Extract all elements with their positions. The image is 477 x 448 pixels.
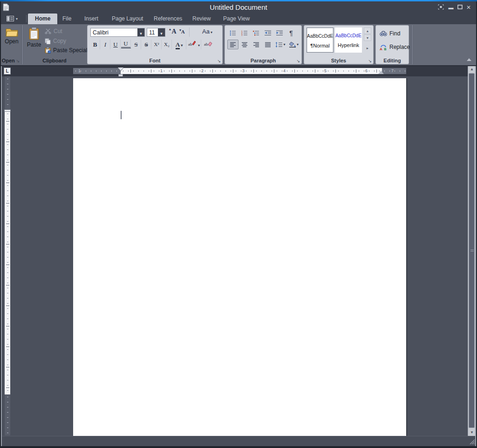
line-spacing-icon: [275, 42, 282, 48]
clear-formatting-button[interactable]: ab: [202, 40, 214, 49]
font-size-dropdown-icon[interactable]: [158, 28, 165, 36]
open-button[interactable]: Open: [2, 27, 21, 52]
horizontal-ruler[interactable]: 1 7 1 2 3 4 5 6: [73, 68, 406, 74]
status-bar: [0, 436, 477, 446]
paste-button-label: Paste: [27, 41, 41, 48]
paragraph-dialog-launcher-icon[interactable]: [296, 59, 300, 63]
chevron-down-icon: ▾: [16, 17, 18, 21]
paste-special-button[interactable]: Paste Special: [45, 46, 87, 54]
align-right-icon: [253, 42, 259, 48]
fullscreen-button[interactable]: [437, 4, 444, 11]
style-hyperlink[interactable]: AaBbCcDdE Hyperlink: [335, 27, 362, 53]
tab-stop-selector[interactable]: L: [4, 68, 11, 75]
styles-more-icon[interactable]: ►: [364, 45, 371, 52]
open-dialog-launcher-icon: [16, 59, 20, 63]
find-binoculars-icon: [380, 31, 387, 36]
styles-group: AaBbCcDdE ¶Normal AaBbCcDdE Hyperlink ▲ …: [304, 25, 374, 64]
tab-page-view[interactable]: Page View: [216, 14, 257, 24]
cut-button: Cut: [45, 27, 62, 35]
tab-file[interactable]: File: [55, 14, 78, 24]
tab-home[interactable]: Home: [28, 14, 57, 24]
align-center-icon: [242, 42, 248, 48]
scrollbar-thumb[interactable]: [469, 73, 475, 428]
change-case-button[interactable]: Aa: [202, 28, 212, 35]
ruler-number: 6: [365, 68, 368, 73]
subscript-button[interactable]: X₂: [162, 40, 172, 49]
double-strikethrough-button[interactable]: S: [142, 40, 151, 49]
ruler-right-margin: 7: [382, 68, 406, 74]
shrink-font-button[interactable]: ▾A: [178, 28, 186, 37]
scroll-up-icon[interactable]: ▲: [468, 66, 476, 73]
styles-scroll-down-icon[interactable]: ▼: [364, 34, 371, 41]
highlight-button[interactable]: ab: [187, 40, 201, 49]
vruler-top-margin: [5, 76, 10, 111]
window-title: Untitled Document: [0, 3, 477, 11]
line-spacing-button[interactable]: [274, 40, 287, 49]
format-eraser-icon: ab: [204, 40, 212, 47]
ruler-bar: L 1 7 1 2 3 4 5 6: [0, 66, 477, 76]
font-dialog-launcher-icon[interactable]: [217, 59, 221, 63]
ruler-number: 1: [160, 68, 163, 73]
underline-button[interactable]: U: [111, 40, 121, 49]
decrease-indent-button[interactable]: [262, 28, 273, 38]
scroll-down-icon[interactable]: ▼: [468, 429, 476, 436]
resize-grip[interactable]: [469, 438, 475, 445]
title-bar[interactable]: Untitled Document ▬ ✕: [0, 1, 477, 13]
close-button[interactable]: ✕: [465, 4, 472, 11]
style-hyperlink-preview: AaBbCcDdE: [335, 33, 362, 38]
editing-group-label: Editing: [376, 58, 409, 63]
ruler-number: 7: [391, 68, 394, 73]
styles-dialog-launcher-icon[interactable]: [368, 59, 372, 63]
ruler-number: 3: [242, 68, 245, 73]
vertical-scrollbar[interactable]: ▲ ▼: [468, 66, 475, 436]
tab-references[interactable]: References: [147, 14, 189, 24]
style-normal[interactable]: AaBbCcDdE ¶Normal: [307, 27, 334, 53]
align-center-button[interactable]: [239, 40, 250, 49]
italic-button[interactable]: I: [101, 40, 110, 49]
svg-text:ab: ab: [188, 42, 192, 47]
maximize-button[interactable]: [456, 4, 463, 11]
double-underline-button[interactable]: U: [121, 40, 131, 48]
styles-group-label: Styles: [304, 58, 373, 63]
font-family-select[interactable]: Calibri: [90, 28, 145, 37]
increase-indent-button[interactable]: [274, 28, 285, 38]
application-menu-button[interactable]: ▾: [7, 14, 23, 23]
paste-button[interactable]: Paste: [24, 27, 44, 52]
grow-font-button[interactable]: ▲A: [168, 27, 177, 37]
find-label: Find: [389, 30, 400, 37]
show-formatting-marks-button[interactable]: ¶: [286, 28, 297, 38]
align-left-button[interactable]: [227, 40, 238, 49]
open-group-label[interactable]: Open: [0, 58, 21, 63]
replace-button[interactable]: AB Replace: [380, 43, 410, 51]
tab-review[interactable]: Review: [185, 14, 218, 24]
find-button[interactable]: Find: [380, 29, 400, 38]
font-color-button[interactable]: A: [172, 40, 186, 49]
tab-insert[interactable]: Insert: [77, 14, 105, 24]
tab-page-layout[interactable]: Page Layout: [105, 14, 150, 24]
font-group: Calibri 11 ▲A ▾A Aa B I U U S S X² X₂ A …: [87, 25, 223, 64]
text-caret: [121, 111, 122, 119]
superscript-button[interactable]: X²: [152, 40, 162, 49]
collapse-ribbon-icon[interactable]: [467, 58, 471, 61]
bold-button[interactable]: B: [90, 40, 100, 49]
font-size-select[interactable]: 11: [147, 28, 165, 37]
strikethrough-button[interactable]: S: [131, 40, 141, 49]
minimize-button[interactable]: ▬: [447, 4, 455, 11]
copy-pages-icon: [45, 38, 51, 44]
font-group-label: Font: [88, 58, 222, 63]
styles-scroll-up-icon[interactable]: ▲: [364, 27, 371, 34]
bullet-list-button[interactable]: [227, 28, 238, 38]
right-indent-marker[interactable]: [378, 71, 384, 74]
shading-button[interactable]: [287, 40, 300, 49]
document-page[interactable]: [73, 78, 406, 436]
vertical-ruler-margin-marker[interactable]: [4, 109, 11, 112]
first-line-indent-marker[interactable]: [118, 68, 123, 71]
vertical-ruler[interactable]: [5, 76, 10, 435]
multilevel-list-button[interactable]: [251, 28, 262, 38]
window-right-inner-border: [475, 66, 476, 446]
justify-button[interactable]: [262, 40, 273, 49]
align-right-button[interactable]: [251, 40, 262, 49]
numbered-list-button[interactable]: 123: [239, 28, 250, 38]
font-family-dropdown-icon[interactable]: [137, 28, 144, 36]
open-folder-icon: [6, 27, 18, 37]
